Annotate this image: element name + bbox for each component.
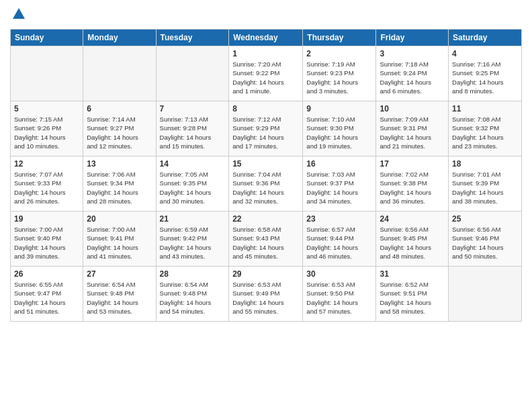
calendar-cell: 4Sunrise: 7:16 AMSunset: 9:25 PMDaylight… [449,46,522,101]
day-number: 21 [160,214,226,224]
calendar-cell: 31Sunrise: 6:52 AMSunset: 9:51 PMDayligh… [376,267,449,322]
day-info: Sunrise: 7:15 AMSunset: 9:26 PMDaylight:… [14,115,79,150]
day-info: Sunrise: 7:05 AMSunset: 9:35 PMDaylight:… [160,170,226,205]
day-info: Sunrise: 7:04 AMSunset: 9:36 PMDaylight:… [232,170,299,205]
calendar-cell: 9Sunrise: 7:10 AMSunset: 9:30 PMDaylight… [303,101,376,156]
day-header-saturday: Saturday [449,30,522,46]
calendar-cell: 20Sunrise: 7:00 AMSunset: 9:41 PMDayligh… [83,212,156,267]
day-number: 22 [232,214,299,224]
day-header-monday: Monday [83,30,156,46]
day-info: Sunrise: 7:16 AMSunset: 9:25 PMDaylight:… [452,60,518,95]
day-number: 1 [232,49,299,58]
day-info: Sunrise: 7:10 AMSunset: 9:30 PMDaylight:… [306,115,372,150]
day-info: Sunrise: 7:03 AMSunset: 9:37 PMDaylight:… [306,170,372,205]
day-info: Sunrise: 6:56 AMSunset: 9:45 PMDaylight:… [380,225,445,261]
calendar-cell: 29Sunrise: 6:53 AMSunset: 9:49 PMDayligh… [229,267,303,322]
calendar-cell: 1Sunrise: 7:20 AMSunset: 9:22 PMDaylight… [229,46,303,101]
logo-icon [11,7,26,21]
calendar-cell: 16Sunrise: 7:03 AMSunset: 9:37 PMDayligh… [303,156,376,212]
calendar-cell: 5Sunrise: 7:15 AMSunset: 9:26 PMDaylight… [11,101,83,156]
day-number: 10 [380,104,445,113]
day-number: 30 [306,269,372,279]
calendar-cell [83,46,156,101]
day-info: Sunrise: 7:07 AMSunset: 9:33 PMDaylight:… [14,170,79,205]
svg-marker-0 [13,8,25,19]
calendar-cell: 24Sunrise: 6:56 AMSunset: 9:45 PMDayligh… [376,212,449,267]
calendar-table: SundayMondayTuesdayWednesdayThursdayFrid… [10,29,522,322]
calendar-cell: 23Sunrise: 6:57 AMSunset: 9:44 PMDayligh… [303,212,376,267]
day-number: 7 [160,104,226,113]
day-info: Sunrise: 7:09 AMSunset: 9:31 PMDaylight:… [380,115,445,150]
day-info: Sunrise: 6:56 AMSunset: 9:46 PMDaylight:… [452,225,518,261]
calendar-cell: 15Sunrise: 7:04 AMSunset: 9:36 PMDayligh… [229,156,303,212]
week-row-3: 12Sunrise: 7:07 AMSunset: 9:33 PMDayligh… [11,156,522,212]
header [10,7,522,25]
day-info: Sunrise: 6:54 AMSunset: 9:48 PMDaylight:… [160,280,226,316]
day-number: 18 [452,159,518,169]
calendar-cell: 27Sunrise: 6:54 AMSunset: 9:48 PMDayligh… [83,267,156,322]
day-info: Sunrise: 7:02 AMSunset: 9:38 PMDaylight:… [380,170,445,205]
logo [10,7,26,25]
day-number: 9 [306,104,372,113]
day-number: 4 [452,49,518,58]
day-number: 14 [160,159,226,169]
week-row-5: 26Sunrise: 6:55 AMSunset: 9:47 PMDayligh… [11,267,522,322]
page: SundayMondayTuesdayWednesdayThursdayFrid… [0,0,532,328]
day-info: Sunrise: 6:55 AMSunset: 9:47 PMDaylight:… [14,280,79,316]
day-info: Sunrise: 7:19 AMSunset: 9:23 PMDaylight:… [306,60,372,95]
day-number: 28 [160,269,226,279]
calendar-cell: 21Sunrise: 6:59 AMSunset: 9:42 PMDayligh… [156,212,229,267]
calendar-cell: 14Sunrise: 7:05 AMSunset: 9:35 PMDayligh… [156,156,229,212]
calendar-cell: 17Sunrise: 7:02 AMSunset: 9:38 PMDayligh… [376,156,449,212]
day-number: 13 [87,159,152,169]
day-info: Sunrise: 7:13 AMSunset: 9:28 PMDaylight:… [160,115,226,150]
day-number: 3 [380,49,445,58]
day-number: 26 [14,269,79,279]
day-info: Sunrise: 6:58 AMSunset: 9:43 PMDaylight:… [232,225,299,261]
day-number: 23 [306,214,372,224]
day-info: Sunrise: 7:18 AMSunset: 9:24 PMDaylight:… [380,60,445,95]
day-number: 16 [306,159,372,169]
day-number: 20 [87,214,152,224]
calendar-cell: 12Sunrise: 7:07 AMSunset: 9:33 PMDayligh… [11,156,83,212]
day-number: 8 [232,104,299,113]
day-info: Sunrise: 6:53 AMSunset: 9:50 PMDaylight:… [306,280,372,316]
calendar-cell: 3Sunrise: 7:18 AMSunset: 9:24 PMDaylight… [376,46,449,101]
calendar-cell: 28Sunrise: 6:54 AMSunset: 9:48 PMDayligh… [156,267,229,322]
day-header-sunday: Sunday [11,30,83,46]
calendar-cell: 25Sunrise: 6:56 AMSunset: 9:46 PMDayligh… [449,212,522,267]
week-row-2: 5Sunrise: 7:15 AMSunset: 9:26 PMDaylight… [11,101,522,156]
calendar-cell: 18Sunrise: 7:01 AMSunset: 9:39 PMDayligh… [449,156,522,212]
calendar-cell: 8Sunrise: 7:12 AMSunset: 9:29 PMDaylight… [229,101,303,156]
day-header-friday: Friday [376,30,449,46]
calendar-cell: 30Sunrise: 6:53 AMSunset: 9:50 PMDayligh… [303,267,376,322]
calendar-cell: 11Sunrise: 7:08 AMSunset: 9:32 PMDayligh… [449,101,522,156]
day-info: Sunrise: 7:06 AMSunset: 9:34 PMDaylight:… [87,170,152,205]
day-number: 15 [232,159,299,169]
calendar-cell [156,46,229,101]
day-number: 11 [452,104,518,113]
day-info: Sunrise: 6:59 AMSunset: 9:42 PMDaylight:… [160,225,226,261]
day-info: Sunrise: 6:54 AMSunset: 9:48 PMDaylight:… [87,280,152,316]
day-info: Sunrise: 7:08 AMSunset: 9:32 PMDaylight:… [452,115,518,150]
day-number: 12 [14,159,79,169]
week-row-1: 1Sunrise: 7:20 AMSunset: 9:22 PMDaylight… [11,46,522,101]
calendar-cell [449,267,522,322]
day-info: Sunrise: 7:14 AMSunset: 9:27 PMDaylight:… [87,115,152,150]
calendar-cell: 26Sunrise: 6:55 AMSunset: 9:47 PMDayligh… [11,267,83,322]
day-number: 24 [380,214,445,224]
day-info: Sunrise: 6:52 AMSunset: 9:51 PMDaylight:… [380,280,445,316]
calendar-cell: 13Sunrise: 7:06 AMSunset: 9:34 PMDayligh… [83,156,156,212]
day-number: 27 [87,269,152,279]
day-header-tuesday: Tuesday [156,30,229,46]
day-number: 31 [380,269,445,279]
calendar-cell: 22Sunrise: 6:58 AMSunset: 9:43 PMDayligh… [229,212,303,267]
day-number: 25 [452,214,518,224]
day-number: 5 [14,104,79,113]
calendar-cell: 6Sunrise: 7:14 AMSunset: 9:27 PMDaylight… [83,101,156,156]
calendar-cell: 2Sunrise: 7:19 AMSunset: 9:23 PMDaylight… [303,46,376,101]
day-info: Sunrise: 7:12 AMSunset: 9:29 PMDaylight:… [232,115,299,150]
day-info: Sunrise: 7:20 AMSunset: 9:22 PMDaylight:… [232,60,299,95]
day-number: 2 [306,49,372,58]
day-info: Sunrise: 7:01 AMSunset: 9:39 PMDaylight:… [452,170,518,205]
